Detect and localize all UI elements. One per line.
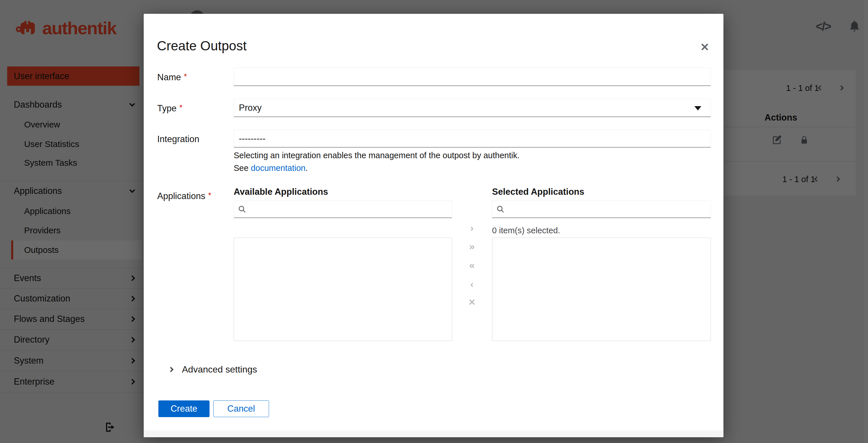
chevron-right-icon[interactable]: [168, 367, 173, 372]
move-selected-right-icon[interactable]: ›: [466, 223, 478, 233]
create-outpost-modal: Create Outpost ✕ Name* Type* Proxy Integ…: [144, 14, 723, 437]
close-icon[interactable]: ✕: [698, 40, 712, 54]
selected-search-input[interactable]: [508, 201, 711, 217]
move-selected-left-icon[interactable]: ‹: [466, 279, 478, 289]
clear-selection-icon[interactable]: ✕: [466, 297, 478, 307]
create-button[interactable]: Create: [158, 401, 210, 417]
type-label: Type*: [157, 103, 183, 114]
integration-help-text: Selecting an integration enables the man…: [234, 151, 520, 160]
search-icon: [496, 205, 504, 213]
available-applications-list[interactable]: [234, 238, 452, 341]
selected-count-label: 0 item(s) selected.: [492, 226, 560, 235]
integration-help-link-line: See documentation.: [234, 164, 308, 173]
applications-label: Applications*: [157, 191, 211, 201]
required-marker: *: [208, 191, 211, 200]
name-label: Name*: [157, 72, 187, 83]
move-all-right-icon[interactable]: »: [466, 241, 478, 252]
selected-search: [492, 201, 711, 218]
integration-select[interactable]: ---------: [234, 130, 711, 148]
page-root: authentik User interface Dashboards Over…: [0, 0, 868, 443]
cancel-button[interactable]: Cancel: [213, 401, 269, 417]
available-search: [234, 201, 452, 218]
name-input[interactable]: [234, 68, 711, 86]
required-marker: *: [179, 103, 183, 112]
type-select[interactable]: Proxy: [234, 99, 711, 117]
documentation-link[interactable]: documentation: [251, 164, 306, 173]
required-marker: *: [184, 72, 187, 81]
move-all-left-icon[interactable]: «: [466, 260, 478, 270]
caret-down-icon: [694, 106, 701, 111]
selected-applications-title: Selected Applications: [492, 187, 584, 197]
integration-label: Integration: [157, 134, 199, 144]
modal-footer-strip: [144, 430, 723, 437]
selected-applications-list[interactable]: [492, 238, 711, 341]
modal-title: Create Outpost: [157, 38, 247, 54]
available-search-input[interactable]: [249, 201, 452, 217]
search-icon: [238, 205, 246, 213]
advanced-settings-toggle[interactable]: Advanced settings: [182, 364, 257, 375]
available-applications-title: Available Applications: [234, 187, 328, 197]
